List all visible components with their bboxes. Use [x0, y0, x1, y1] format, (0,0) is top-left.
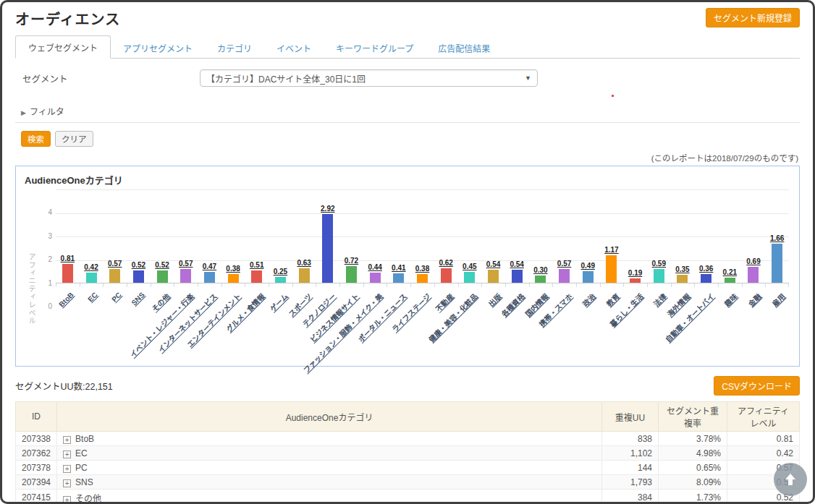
x-tick-mark — [765, 283, 766, 287]
cell-uu: 838 — [602, 432, 659, 446]
clear-button[interactable]: クリア — [55, 131, 93, 147]
tab-app-segment[interactable]: アプリセグメント — [111, 37, 205, 59]
expand-plus-icon[interactable]: + — [63, 479, 71, 487]
table-row: 207415+その他3841.73%0.52 — [16, 490, 800, 504]
bar-自動車・オートバイ[interactable] — [701, 274, 711, 283]
chart-gridline — [56, 236, 789, 237]
bar-各種資格[interactable] — [512, 270, 523, 283]
action-buttons: 検索 クリア — [15, 131, 800, 147]
bar-PC[interactable] — [109, 269, 120, 283]
bar-value-label: 0.25 — [264, 268, 296, 276]
bar-グルメ・食情報[interactable] — [251, 270, 262, 283]
x-tick-mark — [671, 283, 672, 287]
chart-gridline — [56, 213, 789, 214]
filter-expander[interactable]: ▶フィルタ — [15, 105, 800, 123]
bar-教育[interactable] — [606, 255, 617, 283]
bar-暮らし・生活[interactable] — [630, 278, 641, 283]
bar-ファッション・服飾・メイク・美[interactable] — [370, 273, 381, 283]
col-header-category: AudienceOneカテゴリ — [57, 402, 602, 432]
cell-id: 207338 — [16, 432, 57, 446]
search-button[interactable]: 検索 — [21, 131, 51, 147]
x-tick-mark — [387, 283, 387, 287]
tab-category[interactable]: カテゴリ — [205, 37, 264, 59]
bar-value-label: 0.69 — [738, 257, 769, 265]
page-header: オーディエンス セグメント新規登録 — [15, 2, 800, 29]
bar-value-label: 0.63 — [288, 259, 320, 267]
segment-select[interactable]: 【カテゴリ】DACサイト全体_30日に1回 ▼ — [200, 69, 538, 87]
tab-keyword-group[interactable]: キーワードグループ — [324, 37, 426, 59]
expand-plus-icon[interactable]: + — [63, 465, 71, 473]
expand-plus-icon[interactable]: + — [63, 450, 71, 458]
bar-ライフステージ[interactable] — [417, 274, 428, 283]
expand-plus-icon[interactable]: + — [63, 436, 71, 444]
cell-category: +EC — [57, 446, 602, 461]
bar-政治[interactable] — [583, 271, 594, 283]
report-date-note: (このレポートは2018/07/29のものです) — [15, 152, 798, 163]
x-tick-mark — [788, 283, 789, 287]
bar-不動産[interactable] — [441, 268, 452, 283]
scroll-to-top-button[interactable] — [774, 463, 807, 496]
bar-国内情報[interactable] — [535, 276, 546, 283]
x-tick-mark — [647, 283, 648, 287]
x-tick-mark — [694, 283, 695, 287]
cell-id: 207362 — [16, 446, 57, 461]
bar-雇用[interactable] — [772, 244, 782, 283]
bar-インターネットサービス[interactable] — [204, 272, 215, 283]
bar-value-label: 0.21 — [714, 268, 746, 276]
x-tick-mark — [718, 283, 719, 287]
bar-スポーツ[interactable] — [299, 268, 310, 283]
red-dot-marker — [612, 95, 614, 97]
x-tick-mark — [434, 283, 435, 287]
bar-value-label: 2.92 — [312, 205, 344, 213]
y-tick-label: 1 — [48, 279, 52, 287]
tab-event[interactable]: イベント — [264, 37, 324, 59]
x-tick-mark — [80, 283, 80, 287]
bar-健康・美容・化粧品[interactable] — [464, 272, 475, 283]
bar-EC[interactable] — [86, 273, 97, 283]
cell-affinity: 0.81 — [727, 432, 800, 446]
bar-携帯・スマホ[interactable] — [559, 269, 570, 283]
bar-SNS[interactable] — [133, 270, 144, 283]
cell-rate: 1.73% — [659, 490, 727, 504]
segment-select-value: 【カテゴリ】DACサイト全体_30日に1回 — [206, 72, 366, 85]
bar-テクノロジー[interactable] — [322, 214, 333, 283]
x-tick-mark — [505, 283, 506, 287]
bar-ポータル・ニュース[interactable] — [393, 273, 404, 283]
new-segment-button[interactable]: セグメント新規登録 — [706, 8, 800, 27]
cell-uu: 144 — [602, 461, 659, 475]
filter-label: フィルタ — [30, 107, 64, 117]
x-tick-mark — [552, 283, 553, 287]
bar-金融[interactable] — [748, 267, 759, 283]
cell-id: 207378 — [16, 461, 57, 475]
expand-plus-icon[interactable]: + — [63, 496, 71, 504]
bar-value-label: 0.49 — [572, 262, 604, 270]
col-header-rate: セグメント重複率 — [659, 402, 727, 432]
x-category-label[interactable]: BtoB — [0, 291, 75, 378]
page-title: オーディエンス — [15, 8, 120, 29]
segment-label: セグメント — [15, 72, 200, 85]
tab-web-segment[interactable]: ウェブセグメント — [15, 35, 111, 59]
app-window: オーディエンス セグメント新規登録 ウェブセグメント アプリセグメント カテゴリ… — [0, 0, 815, 504]
cell-category: +PC — [57, 461, 602, 475]
x-tick-mark — [576, 283, 577, 287]
y-tick-label: 4 — [48, 208, 52, 216]
x-tick-mark — [151, 283, 151, 287]
bar-ビジネス情報サイト[interactable] — [346, 266, 357, 283]
bar-法律[interactable] — [654, 269, 664, 283]
bar-エンターテインメント[interactable] — [228, 274, 239, 283]
tab-ad-delivery-result[interactable]: 広告配信結果 — [426, 37, 502, 59]
y-tick-label: 3 — [48, 232, 52, 240]
bar-海外情報[interactable] — [677, 275, 688, 283]
bar-ゲーム[interactable] — [275, 277, 286, 283]
chart-bars-layer: 0.810.420.570.520.520.570.470.380.510.25… — [56, 189, 789, 283]
bar-BtoB[interactable] — [62, 264, 73, 283]
cell-category: +SNS — [57, 475, 602, 490]
table-row: 207378+PC1440.65%0.57 — [16, 461, 800, 475]
bar-出版[interactable] — [488, 270, 499, 283]
bar-その他[interactable] — [157, 270, 168, 283]
bar-趣味[interactable] — [725, 278, 735, 283]
csv-download-button[interactable]: CSVダウンロード — [714, 376, 800, 396]
bar-value-label: 1.66 — [761, 234, 793, 242]
bar-イベント・レジャー・行楽[interactable] — [180, 269, 191, 283]
affinity-bar-chart: AudienceOneカテゴリ アフィニティレベル 01234 0.810.42… — [15, 166, 800, 367]
